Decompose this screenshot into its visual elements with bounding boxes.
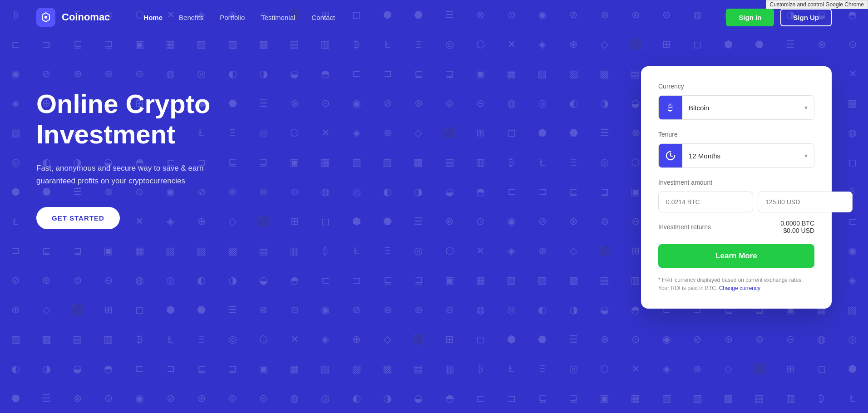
- investment-inputs: [658, 192, 814, 212]
- signin-button[interactable]: Sign In: [726, 9, 774, 26]
- get-started-button[interactable]: GET STARTED: [36, 207, 120, 229]
- bitcoin-icon: ₿: [659, 96, 682, 119]
- tenure-icon: [659, 144, 682, 167]
- hero-left: Online Crypto Investment Fast, anonymous…: [36, 62, 641, 229]
- returns-btc: 0.0000 BTC: [780, 220, 814, 227]
- currency-select[interactable]: Bitcoin Ethereum Litecoin: [682, 96, 804, 119]
- investment-btc-input[interactable]: [658, 192, 753, 212]
- nav-testimonial[interactable]: Testimonial: [261, 14, 295, 21]
- hero-content: Online Crypto Investment Fast, anonymous…: [0, 34, 868, 309]
- tenure-select[interactable]: 12 Months 6 Months 3 Months 1 Month: [682, 144, 804, 167]
- currency-select-wrapper: ₿ Bitcoin Ethereum Litecoin ▾: [658, 95, 814, 120]
- nav-home[interactable]: Home: [143, 14, 163, 21]
- hero-title: Online Crypto Investment: [36, 89, 641, 149]
- tenure-label: Tenure: [658, 131, 814, 138]
- nav-benefits[interactable]: Benefits: [179, 14, 203, 21]
- logo-icon: [36, 8, 55, 27]
- nav-portfolio[interactable]: Portfolio: [220, 14, 245, 21]
- returns-label: Investment returns: [658, 223, 711, 231]
- navbar-left: Coinomac Home Benefits Portfolio Testimo…: [36, 8, 335, 27]
- tenure-select-wrapper: 12 Months 6 Months 3 Months 1 Month ▾: [658, 143, 814, 168]
- signup-button[interactable]: Sign Up: [780, 9, 832, 26]
- investment-usd-input[interactable]: [758, 192, 853, 212]
- investment-card: Currency ₿ Bitcoin Ethereum Litecoin ▾ T…: [641, 66, 832, 309]
- brand-name: Coinomac: [62, 11, 110, 23]
- returns-value: 0.0000 BTC $0.00 USD: [780, 220, 814, 234]
- navbar-right: Sign In Sign Up: [726, 9, 832, 26]
- hero-subtitle: Fast, anonymous and secure way to save &…: [36, 162, 227, 187]
- hero-background: ₿ŁΞ◎⬡✕◈⊕◇⬛⊞◻⬢⬣☰⊗⊙◉⊘⊛⊜⊝◍◎◐◑◒◓⊏⊐⊑⊒▣▦▧▨▩▤▥₿…: [0, 0, 868, 413]
- tenure-chevron-icon: ▾: [804, 152, 814, 159]
- change-currency-link[interactable]: Change currency: [719, 285, 760, 291]
- nav-links: Home Benefits Portfolio Testimonial Cont…: [143, 14, 335, 21]
- returns-row: Investment returns 0.0000 BTC $0.00 USD: [658, 220, 814, 234]
- learn-more-button[interactable]: Learn More: [658, 244, 814, 268]
- returns-usd: $0.00 USD: [780, 227, 814, 234]
- card-footnote: * FIAT currency displayed based on curre…: [658, 276, 814, 292]
- nav-contact[interactable]: Contact: [311, 14, 335, 21]
- currency-label: Currency: [658, 83, 814, 90]
- svg-point-1: [44, 16, 47, 19]
- navbar: Coinomac Home Benefits Portfolio Testimo…: [0, 0, 868, 34]
- chrome-bar: Customize and control Google Chrome: [766, 0, 868, 9]
- investment-amount-label: Investment amount: [658, 179, 814, 186]
- currency-chevron-icon: ▾: [804, 104, 814, 111]
